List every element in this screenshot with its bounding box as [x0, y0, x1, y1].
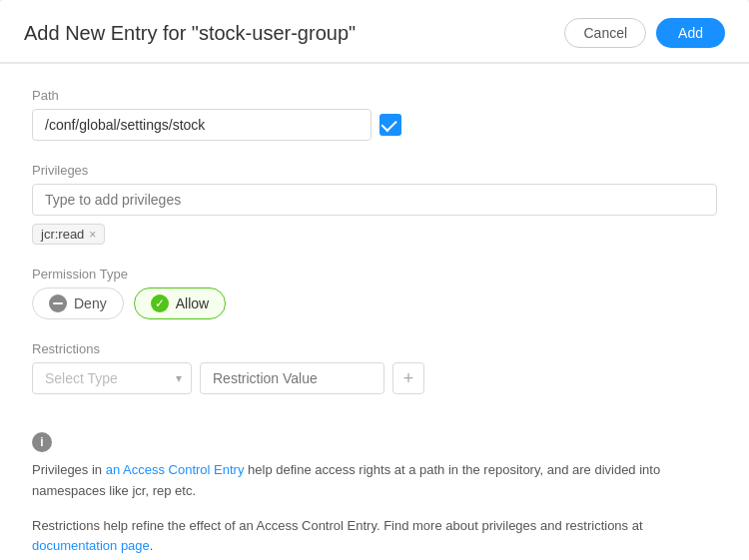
restrictions-row: Select Type ▾ + — [32, 362, 717, 394]
path-group: Path — [32, 88, 717, 141]
modal-title: Add New Entry for "stock-user-group" — [24, 22, 356, 45]
path-label: Path — [32, 88, 717, 103]
info-link-ace[interactable]: an Access Control Entry — [106, 462, 245, 477]
documentation-link[interactable]: documentation page — [32, 538, 150, 553]
path-input[interactable] — [32, 109, 372, 141]
path-row — [32, 109, 717, 141]
select-type-dropdown[interactable]: Select Type — [32, 362, 192, 394]
info-text-p2-start: Restrictions help refine the effect of a… — [32, 518, 643, 533]
privileges-tag-list: jcr:read × — [32, 224, 717, 245]
restriction-value-input[interactable] — [200, 362, 384, 394]
info-text-p2-end: . — [150, 538, 154, 553]
privileges-group: Privileges jcr:read × — [32, 163, 717, 245]
deny-label: Deny — [74, 295, 107, 311]
deny-icon — [49, 294, 67, 312]
modal-container: Add New Entry for "stock-user-group" Can… — [0, 0, 749, 560]
select-type-wrapper: Select Type ▾ — [32, 362, 192, 394]
tag-close-icon[interactable]: × — [89, 229, 96, 241]
info-section: i Privileges in an Access Control Entry … — [32, 416, 717, 557]
privilege-tag: jcr:read × — [32, 224, 105, 245]
restrictions-group: Restrictions Select Type ▾ + — [32, 341, 717, 394]
info-paragraph-2: Restrictions help refine the effect of a… — [32, 516, 717, 558]
info-text-p1-start: Privileges in — [32, 462, 106, 477]
modal-header: Add New Entry for "stock-user-group" Can… — [0, 0, 749, 63]
privileges-label: Privileges — [32, 163, 717, 178]
tag-label: jcr:read — [41, 227, 84, 242]
info-icon: i — [32, 432, 52, 452]
info-paragraph-1: Privileges in an Access Control Entry he… — [32, 460, 717, 502]
header-actions: Cancel Add — [564, 18, 725, 48]
restrictions-label: Restrictions — [32, 341, 717, 356]
permission-type-label: Permission Type — [32, 267, 717, 281]
allow-icon — [151, 294, 169, 312]
info-icon-row: i — [32, 432, 717, 452]
allow-label: Allow — [176, 295, 209, 311]
add-restriction-button[interactable]: + — [392, 362, 424, 394]
cancel-button[interactable]: Cancel — [564, 18, 646, 48]
modal-body: Path Privileges jcr:read × Permission Ty… — [0, 64, 749, 560]
path-checkbox[interactable] — [379, 114, 401, 136]
privileges-input[interactable] — [32, 184, 717, 216]
permission-row: Deny Allow — [32, 287, 717, 319]
add-button[interactable]: Add — [656, 18, 725, 48]
allow-button[interactable]: Allow — [134, 287, 226, 319]
permission-type-group: Permission Type Deny Allow — [32, 267, 717, 319]
deny-button[interactable]: Deny — [32, 287, 124, 319]
